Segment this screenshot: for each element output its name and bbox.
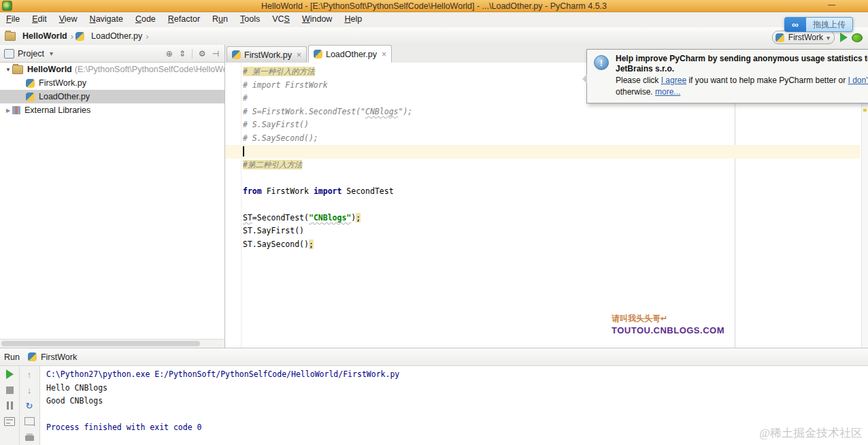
run-panel-body: ↑ ↓ ↻ C:\Python27\python.exe E:/PythonSo… bbox=[0, 366, 868, 445]
code-line-13[interactable]: ST.SayFirst() bbox=[243, 225, 860, 238]
menu-item-refactor[interactable]: Refactor bbox=[162, 12, 206, 27]
drag-upload-overlay[interactable]: ∞ 拖拽上传 bbox=[784, 17, 853, 32]
tree-files: FirstWork.pyLoadOther.py bbox=[0, 76, 224, 103]
menu-item-code[interactable]: Code bbox=[129, 12, 162, 27]
drag-upload-button[interactable]: 拖拽上传 bbox=[806, 17, 853, 32]
menu-item-vcs[interactable]: VCS bbox=[266, 12, 296, 27]
navigation-bar: HelloWorld›LoadOther.py› bbox=[0, 27, 868, 46]
menu-item-view[interactable]: View bbox=[53, 12, 84, 27]
tree-row-external-libraries[interactable]: ▶ External Libraries bbox=[0, 103, 224, 117]
console-line-3: Good CNBlogs bbox=[46, 395, 868, 408]
run-toolbar-column-2: ↑ ↓ ↻ bbox=[20, 366, 39, 445]
link-more-[interactable]: more... bbox=[655, 87, 680, 97]
run-tab-label[interactable]: Run bbox=[4, 352, 20, 362]
link-i-agree[interactable]: I agree bbox=[661, 76, 686, 85]
tree-collapsed-icon[interactable]: ▶ bbox=[4, 108, 12, 114]
code-line-4[interactable]: # S=FirstWork.SecondTest("CNBlogs"); bbox=[243, 105, 860, 119]
settings-gear-icon[interactable]: ⚙ bbox=[199, 49, 206, 59]
down-stacktrace-button[interactable]: ↓ bbox=[24, 385, 35, 395]
tree-row-firstwork.py[interactable]: FirstWork.py bbox=[0, 76, 224, 90]
code-line-9[interactable] bbox=[243, 171, 860, 185]
code-line-8[interactable]: #第二种引入方法 bbox=[243, 159, 860, 172]
notification-title-line1: Help improve PyCharm by sending anonymou… bbox=[616, 54, 868, 64]
run-toolbar: ↑ ↓ ↻ bbox=[0, 366, 40, 445]
python-icon bbox=[76, 32, 84, 41]
code-line-7[interactable] bbox=[225, 145, 860, 159]
hide-panel-icon[interactable]: ⊣ bbox=[212, 49, 219, 59]
code-line-6[interactable]: # S.SaySecond(); bbox=[243, 132, 860, 146]
folder-icon bbox=[12, 65, 23, 74]
tab-close-icon[interactable]: × bbox=[382, 50, 386, 59]
tree-row-root[interactable]: ▼ HelloWorld (E:\PythonSoft\PythonSelfCo… bbox=[0, 63, 224, 76]
tree-row-loadother.py[interactable]: LoadOther.py bbox=[0, 90, 224, 103]
editor-pane[interactable]: # 第一种引入的方法# import FirstWork## S=FirstWo… bbox=[225, 63, 868, 348]
up-stacktrace-button[interactable]: ↑ bbox=[24, 369, 35, 379]
collapse-all-icon[interactable]: ⇕ bbox=[179, 49, 186, 59]
python-file-icon bbox=[232, 50, 241, 59]
tab-loadother.py[interactable]: LoadOther.py× bbox=[308, 45, 392, 63]
python-file-icon bbox=[775, 33, 784, 42]
run-tool-window: Run FirstWork ↑ ↓ ↻ C:\Python27\python.e… bbox=[0, 348, 868, 445]
pause-output-button[interactable] bbox=[7, 401, 13, 410]
tab-label: FirstWork.py bbox=[244, 50, 292, 60]
breadcrumb-item-helloworld[interactable]: HelloWorld bbox=[5, 31, 69, 41]
run-configuration-select[interactable]: FirstWork ▾ bbox=[772, 31, 835, 44]
project-horizontal-scrollbar[interactable] bbox=[0, 339, 224, 348]
run-toolbar-column-1 bbox=[0, 366, 20, 445]
tree-expand-icon[interactable]: ▼ bbox=[4, 67, 12, 73]
watermark-line1: 请叫我头头哥↵ bbox=[612, 313, 724, 325]
libraries-icon bbox=[12, 106, 20, 114]
folder-icon bbox=[5, 32, 16, 41]
scroll-to-end-button[interactable] bbox=[24, 417, 35, 425]
debug-button[interactable] bbox=[852, 33, 863, 42]
project-panel-title[interactable]: Project bbox=[18, 49, 44, 59]
menu-item-file[interactable]: File bbox=[0, 12, 26, 27]
show-console-button[interactable] bbox=[4, 417, 15, 426]
notification-body-line1: Please click I agree if you want to help… bbox=[616, 76, 868, 86]
watermark-line2: TOUTOU.CNBLOGS.COM bbox=[612, 325, 724, 336]
code-line-12[interactable]: ST=SecondTest("CNBlogs"); bbox=[243, 212, 860, 225]
menu-item-tools[interactable]: Tools bbox=[234, 12, 266, 27]
chevron-down-icon[interactable]: ▾ bbox=[50, 50, 53, 57]
minimize-button[interactable]: — bbox=[828, 0, 835, 8]
code-line-14[interactable]: ST.SaySecond(); bbox=[243, 238, 860, 252]
code-line-11[interactable] bbox=[243, 198, 860, 212]
editor-scrollbar[interactable] bbox=[861, 63, 868, 348]
python-file-icon bbox=[26, 93, 35, 101]
run-config-name[interactable]: FirstWork bbox=[41, 352, 77, 362]
project-view-icon bbox=[4, 49, 14, 59]
link-i-don-t-agree[interactable]: I don't agree bbox=[848, 76, 868, 85]
warning-stripe-mark[interactable] bbox=[863, 109, 867, 112]
menu-item-help[interactable]: Help bbox=[338, 12, 368, 27]
tab-close-icon[interactable]: × bbox=[297, 50, 301, 60]
menu-item-navigate[interactable]: Navigate bbox=[84, 12, 129, 27]
python-file-icon bbox=[314, 50, 322, 59]
print-button[interactable] bbox=[25, 435, 34, 441]
breadcrumb-separator-icon: › bbox=[71, 31, 73, 42]
tab-firstwork.py[interactable]: FirstWork.py× bbox=[227, 46, 307, 63]
menu-item-edit[interactable]: Edit bbox=[26, 12, 53, 27]
netdisk-icon[interactable]: ∞ bbox=[784, 17, 806, 32]
external-libraries-label: External Libraries bbox=[24, 105, 90, 115]
console-line-1: C:\Python27\python.exe E:/PythonSoft/Pyt… bbox=[46, 368, 868, 382]
run-console[interactable]: C:\Python27\python.exe E:/PythonSoft/Pyt… bbox=[40, 366, 868, 445]
project-panel-toolbar: ⊕ ⇕ ⚙ ⊣ bbox=[166, 45, 219, 62]
pycharm-window: { "window": { "title": "HelloWorld - [E:… bbox=[0, 0, 868, 445]
code-line-5[interactable]: # S.SayFirst() bbox=[243, 118, 860, 132]
run-controls: FirstWork ▾ bbox=[772, 30, 867, 45]
rerun-button[interactable] bbox=[6, 369, 14, 379]
stop-button[interactable] bbox=[6, 386, 14, 394]
breadcrumb-item-loadother.py[interactable]: LoadOther.py bbox=[76, 31, 144, 41]
scrollbar-thumb[interactable] bbox=[1, 341, 200, 346]
run-button[interactable] bbox=[840, 33, 848, 42]
project-tree: ▼ HelloWorld (E:\PythonSoft\PythonSelfCo… bbox=[0, 63, 224, 340]
menu-item-run[interactable]: Run bbox=[206, 12, 234, 27]
page-watermark: @稀土掘金技术社区 bbox=[759, 425, 863, 441]
notification-text: Please click bbox=[616, 76, 661, 85]
locate-icon[interactable]: ⊕ bbox=[166, 49, 173, 59]
breadcrumb-separator-icon: › bbox=[146, 31, 148, 42]
menu-item-window[interactable]: Window bbox=[296, 12, 338, 27]
code-line-10[interactable]: from FirstWork import SecondTest bbox=[243, 185, 860, 199]
usage-statistics-notification: ! Help improve PyCharm by sending anonym… bbox=[586, 49, 868, 103]
restore-layout-button[interactable]: ↻ bbox=[24, 401, 35, 410]
